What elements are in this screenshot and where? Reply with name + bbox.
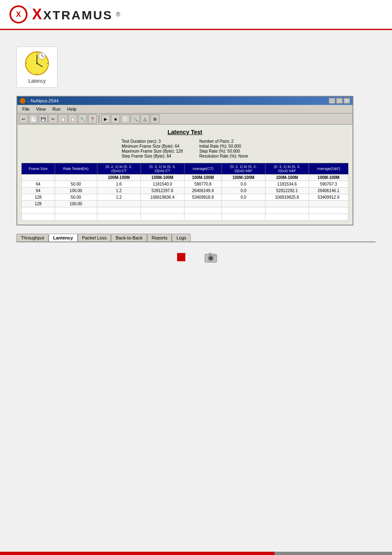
param-max-frame: Maximum Frame Size (Byte): 128 bbox=[122, 149, 183, 153]
close-button[interactable]: ✕ bbox=[344, 98, 350, 104]
cell-sf2-1: 1181534.6 bbox=[265, 181, 309, 188]
cell-avgsf-1: 590767.3 bbox=[309, 181, 348, 188]
toolbar-btn-1[interactable]: ↩ bbox=[19, 114, 28, 123]
menu-file[interactable]: File bbox=[19, 106, 33, 112]
sub-sf1-range: 100M-100M bbox=[221, 174, 265, 181]
cell-ct1-2: 1.2 bbox=[97, 188, 141, 194]
toolbar-btn-7[interactable]: 🔧 bbox=[78, 114, 87, 123]
tab-back-to-back[interactable]: Back-to-Back bbox=[111, 234, 147, 242]
tab-throughput[interactable]: Throughput bbox=[16, 234, 48, 242]
header: X XXTRAMUS ® bbox=[0, 0, 392, 30]
window-controls[interactable]: _ □ ✕ bbox=[329, 98, 350, 104]
bottom-toolbar bbox=[16, 251, 376, 264]
registered-mark: ® bbox=[116, 11, 120, 18]
maximize-button[interactable]: □ bbox=[336, 98, 343, 104]
logo-icon: X bbox=[8, 4, 29, 25]
titlebar-left: - NuNpos-2544 bbox=[20, 98, 59, 104]
cell-sf1-3: 0.0 bbox=[221, 194, 265, 201]
toolbar-btn-12[interactable]: ⊞ bbox=[150, 114, 159, 123]
param-min-frame: Minimum Frame Size (Byte): 64 bbox=[122, 144, 183, 149]
table-row-empty-2 bbox=[22, 214, 348, 221]
tabs-container: Throughput Lantency Packet Loss Back-to-… bbox=[16, 234, 376, 242]
tab-bar-line bbox=[16, 242, 376, 242]
toolbar-btn-4[interactable]: ✂ bbox=[48, 114, 58, 123]
cell-avgsf-4 bbox=[309, 201, 348, 207]
table-row-empty-1 bbox=[22, 207, 348, 214]
toolbar-btn-9[interactable]: ⬜ bbox=[121, 114, 130, 123]
toolbar-btn-3[interactable]: 💾 bbox=[39, 114, 48, 123]
cell-frame-4: 128 bbox=[22, 201, 55, 207]
cell-frame-2: 64 bbox=[22, 188, 55, 194]
window-body: Latency Test Test Duration (sec): 3 Mini… bbox=[17, 125, 353, 225]
param-pairs: Number of Pairs: 2 bbox=[199, 139, 248, 144]
cell-ct1-4 bbox=[97, 201, 141, 207]
svg-point-17 bbox=[209, 257, 212, 260]
stop-button-icon[interactable] bbox=[175, 251, 188, 264]
toolbar-btn-5[interactable]: 📋 bbox=[58, 114, 67, 123]
cell-avgct-2: 26406149.4 bbox=[184, 188, 221, 194]
svg-point-19 bbox=[214, 255, 215, 257]
col-avg-ct: Average(CT) bbox=[184, 163, 221, 174]
clock-icon bbox=[24, 50, 50, 77]
sub-ct1-range: 100M-100M bbox=[97, 174, 141, 181]
tabs-section: Throughput Lantency Packet Loss Back-to-… bbox=[16, 234, 376, 242]
cell-rate-2: 100.00 bbox=[55, 188, 97, 194]
col-frame-size: Frame Size bbox=[22, 163, 55, 174]
svg-rect-18 bbox=[209, 253, 212, 255]
cell-frame-1: 64 bbox=[22, 181, 55, 188]
cell-sf2-3: 106819825.8 bbox=[265, 194, 309, 201]
toolbar-btn-10[interactable]: 🔍 bbox=[131, 114, 140, 123]
toolbar-btn-8[interactable]: ? bbox=[88, 114, 97, 123]
toolbar-btn-6[interactable]: 📋 bbox=[68, 114, 77, 123]
col-sf-1: (0, 2, 1) to (0, 2,2)(us)-S&F bbox=[221, 163, 265, 174]
cell-avgct-1: 590770.8 bbox=[184, 181, 221, 188]
capture-button-icon[interactable] bbox=[204, 251, 217, 264]
menu-run[interactable]: Run bbox=[49, 106, 64, 112]
results-table: Frame Size Rate Tested(%) (0, 2, 1) to (… bbox=[21, 163, 348, 221]
cell-rate-4: 100.00 bbox=[55, 201, 97, 207]
cell-avgsf-3: 53409912.9 bbox=[309, 194, 348, 201]
params-left: Test Duration (sec): 3 Minimum Frame Siz… bbox=[122, 139, 183, 159]
sub-avg-sf: 100M-100M bbox=[309, 174, 348, 181]
table-row: 128 50.00 1.2 106819836.4 53409918.8 0.0… bbox=[22, 194, 348, 201]
col-avg-sf: Average(S&F) bbox=[309, 163, 348, 174]
main-content: Latency - NuNpos-2544 _ □ ✕ File View Ru… bbox=[0, 30, 392, 278]
tab-reports[interactable]: Reports bbox=[147, 234, 172, 242]
tab-packet-loss[interactable]: Packet Loss bbox=[78, 234, 111, 242]
latency-icon-box: Latency bbox=[16, 46, 58, 88]
toolbar-play[interactable]: ▶ bbox=[101, 114, 110, 123]
window-titlebar: - NuNpos-2544 _ □ ✕ bbox=[17, 97, 353, 105]
col-sf-2: (0, 3, 1) to (0, 3,2)(us)-S&F bbox=[265, 163, 309, 174]
test-params: Test Duration (sec): 3 Minimum Frame Siz… bbox=[21, 139, 348, 159]
logo-container: X XXTRAMUS ® bbox=[8, 4, 120, 25]
minimize-button[interactable]: _ bbox=[329, 98, 335, 104]
sub-ct2-range: 100M-100M bbox=[141, 174, 184, 181]
col-rate-tested: Rate Tested(%) bbox=[55, 163, 97, 174]
toolbar-sep-1 bbox=[99, 115, 99, 123]
tab-latency[interactable]: Lantency bbox=[48, 234, 77, 242]
toolbar-btn-2[interactable]: 📄 bbox=[29, 114, 38, 123]
menu-help[interactable]: Help bbox=[64, 106, 80, 112]
cell-sf2-2: 52812292.1 bbox=[265, 188, 309, 194]
cell-avgsf-2: 26406146.1 bbox=[309, 188, 348, 194]
cell-ct1-1: 1.6 bbox=[97, 181, 141, 188]
tab-logs[interactable]: Logs bbox=[172, 234, 191, 242]
menu-view[interactable]: View bbox=[33, 106, 49, 112]
app-icon bbox=[20, 98, 25, 104]
test-title: Latency Test bbox=[21, 129, 348, 135]
param-initial-rate: Initial Rate (%): 50.000 bbox=[199, 144, 248, 149]
toolbar-stop[interactable]: ■ bbox=[111, 114, 120, 123]
latency-icon-section: Latency bbox=[16, 46, 376, 88]
param-duration: Test Duration (sec): 3 bbox=[122, 139, 183, 144]
params-right: Number of Pairs: 2 Initial Rate (%): 50.… bbox=[199, 139, 248, 159]
cell-ct2-3: 106819836.4 bbox=[141, 194, 184, 201]
toolbar-btn-11[interactable]: △ bbox=[141, 114, 150, 123]
app-window: - NuNpos-2544 _ □ ✕ File View Run Help ↩… bbox=[16, 96, 353, 225]
latency-label: Latency bbox=[28, 78, 46, 84]
sub-empty-1 bbox=[22, 174, 55, 181]
cell-ct2-4 bbox=[141, 201, 184, 207]
cell-avgct-3: 53409918.8 bbox=[184, 194, 221, 201]
cell-sf2-4 bbox=[265, 201, 309, 207]
table-row: 64 50.00 1.6 1181540.0 590770.8 0.0 1181… bbox=[22, 181, 348, 188]
sub-sf2-range: 100M-100M bbox=[265, 174, 309, 181]
